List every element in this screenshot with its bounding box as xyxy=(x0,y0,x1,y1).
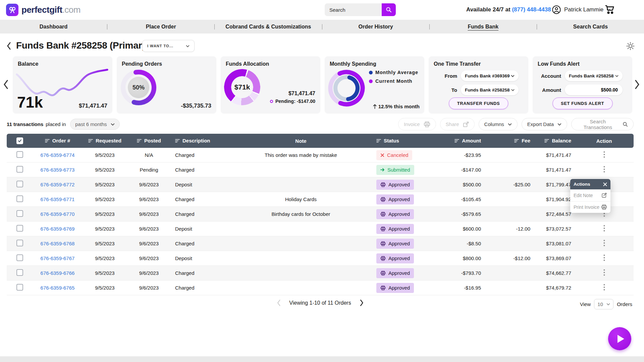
set-funds-alert-button[interactable]: SET FUNDS ALERT xyxy=(552,98,612,109)
row-actions-button[interactable] xyxy=(601,268,608,278)
row-checkbox[interactable] xyxy=(16,195,23,202)
row-actions-button[interactable] xyxy=(601,283,608,293)
page-title: Funds Bank #258258 (Primary) xyxy=(16,40,150,51)
row-checkbox[interactable] xyxy=(16,269,23,276)
funds-allocation-title: Funds Allocation xyxy=(226,61,269,67)
transfer-to-select[interactable]: Funds Bank #258258 (P xyxy=(461,84,519,95)
i-want-to-dropdown[interactable]: I WANT TO... xyxy=(142,40,195,52)
order-number-link[interactable]: 676-6359-6769 xyxy=(41,226,75,232)
col-order[interactable]: Order # xyxy=(33,134,82,148)
col-fee[interactable]: Fee xyxy=(484,134,534,148)
export-data-dropdown[interactable]: Export Data xyxy=(522,118,567,130)
phone-link[interactable]: (877) 448-4438 xyxy=(512,6,551,13)
user-menu[interactable]: Patrick Lammie xyxy=(552,5,610,14)
gear-icon xyxy=(626,42,635,51)
row-checkbox[interactable] xyxy=(16,284,23,291)
order-number-link[interactable]: 676-6359-6774 xyxy=(41,152,75,158)
chevron-down-icon xyxy=(511,75,515,77)
nav-item-funds-bank[interactable]: Funds Bank xyxy=(430,24,537,30)
col-requested[interactable]: Requested xyxy=(82,134,127,148)
fee-cell: -$25.00 xyxy=(484,177,534,192)
row-actions-button[interactable] xyxy=(601,165,608,175)
columns-dropdown[interactable]: Columns xyxy=(479,118,518,130)
search-icon xyxy=(386,7,392,13)
user-name: Patrick Lammie xyxy=(564,6,603,13)
row-checkbox[interactable] xyxy=(16,151,23,158)
kebab-icon xyxy=(603,254,605,261)
actions-popup: Actions Edit Note Print Invoice xyxy=(570,179,610,213)
search-input[interactable] xyxy=(325,3,382,16)
note-cell xyxy=(230,236,372,251)
sort-icon xyxy=(454,139,459,143)
row-checkbox[interactable] xyxy=(16,240,23,246)
walkthrough-play-button[interactable] xyxy=(608,327,631,350)
close-button[interactable] xyxy=(603,182,607,186)
order-number-link[interactable]: 676-6359-6771 xyxy=(41,196,75,202)
col-posted[interactable]: Posted xyxy=(127,134,170,148)
user-avatar-icon xyxy=(552,5,561,14)
kebab-icon xyxy=(603,225,605,232)
row-actions-button[interactable] xyxy=(601,253,608,263)
close-icon xyxy=(603,182,607,186)
order-number-link[interactable]: 676-6359-6773 xyxy=(41,167,75,173)
pending-orders-title: Pending Orders xyxy=(122,61,162,67)
nav-item-search-cards[interactable]: Search Cards xyxy=(537,24,644,30)
prev-page-button[interactable] xyxy=(277,300,280,306)
alert-account-select[interactable]: Funds Bank #258258 (P xyxy=(565,70,623,81)
select-all-checkbox[interactable] xyxy=(16,137,23,144)
search-transactions-input[interactable]: Search Transactions xyxy=(571,118,634,130)
alert-amount-input[interactable] xyxy=(565,84,623,95)
row-actions-button[interactable] xyxy=(601,150,608,160)
order-number-link[interactable]: 676-6359-6768 xyxy=(41,241,75,246)
status-badge: Approved xyxy=(376,194,414,204)
print-invoice-menu-item[interactable]: Print Invoice xyxy=(570,201,610,213)
row-checkbox[interactable] xyxy=(16,181,23,187)
posted-cell: Pending xyxy=(127,163,170,177)
brand-logo[interactable]: perfectgift.com xyxy=(6,4,80,16)
transfer-from-select[interactable]: Funds Bank #369369 xyxy=(461,70,519,81)
chevron-right-icon xyxy=(635,80,640,89)
status-badge: Canceled xyxy=(376,150,412,160)
nav-item-place-order[interactable]: Place Order xyxy=(107,24,214,30)
col-amount[interactable]: Amount xyxy=(443,134,484,148)
edit-note-menu-item[interactable]: Edit Note xyxy=(570,189,610,201)
invoice-button[interactable]: Invoice xyxy=(398,118,436,130)
nav-item-dashboard[interactable]: Dashboard xyxy=(0,24,107,30)
cards-scroll-left-button[interactable] xyxy=(3,80,8,90)
col-balance[interactable]: Balance xyxy=(534,134,575,148)
row-checkbox[interactable] xyxy=(16,225,23,232)
description-cell: Deposit xyxy=(170,177,230,192)
cards-scroll-right-button[interactable] xyxy=(635,80,640,90)
posted-cell: 9/6/2023 xyxy=(127,177,170,192)
order-number-link[interactable]: 676-6359-6766 xyxy=(41,270,75,276)
row-actions-button[interactable] xyxy=(601,224,608,234)
order-number-link[interactable]: 676-6359-6765 xyxy=(41,285,75,291)
nav-item-order-history[interactable]: Order History xyxy=(322,24,429,30)
date-range-dropdown[interactable]: past 6 months xyxy=(70,119,120,130)
chevron-left-icon xyxy=(3,80,8,89)
search-button[interactable] xyxy=(382,3,396,16)
next-page-button[interactable] xyxy=(360,300,364,306)
order-number-link[interactable]: 676-6359-6770 xyxy=(41,211,75,217)
row-checkbox[interactable] xyxy=(16,210,23,217)
nav-item-cobrand-cards[interactable]: Cobrand Cards & Customizations xyxy=(215,24,322,30)
row-checkbox[interactable] xyxy=(16,166,23,173)
order-number-link[interactable]: 676-6359-6767 xyxy=(41,255,75,261)
col-description[interactable]: Description xyxy=(170,134,230,148)
row-actions-button[interactable] xyxy=(601,238,608,249)
placed-in-label: placed in xyxy=(46,121,66,127)
amount-cell: $600.00 xyxy=(443,222,484,236)
sort-icon xyxy=(88,139,93,143)
share-button[interactable]: Share xyxy=(440,118,475,130)
sort-icon xyxy=(175,139,180,143)
transfer-funds-button[interactable]: TRANSFER FUNDS xyxy=(449,98,508,109)
table-row: 676-6359-6765 9/5/2023 9/6/2023 Charged … xyxy=(7,281,634,295)
row-checkbox[interactable] xyxy=(16,254,23,261)
settings-button[interactable] xyxy=(626,42,635,52)
back-button[interactable] xyxy=(7,42,11,51)
description-cell: Charged xyxy=(170,236,230,251)
order-number-link[interactable]: 676-6359-6772 xyxy=(41,182,75,187)
col-status[interactable]: Status xyxy=(372,134,443,148)
cart-button[interactable] xyxy=(604,4,615,16)
page-size-dropdown[interactable]: 10 xyxy=(594,299,613,309)
